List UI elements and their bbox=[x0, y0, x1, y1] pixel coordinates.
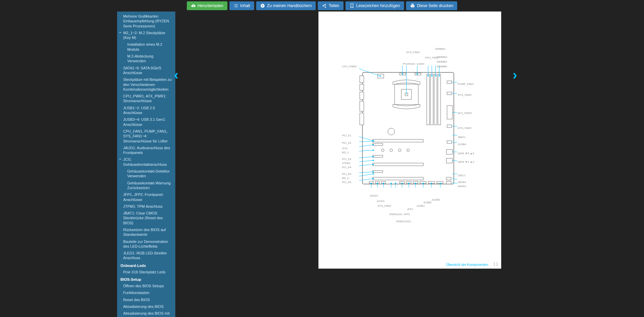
page-number: 11 bbox=[493, 261, 498, 267]
prev-page-button[interactable]: ‹ bbox=[174, 67, 178, 83]
sidebar-item[interactable]: M2_1~2: M.2 Steckplätze (Key M) bbox=[123, 29, 173, 41]
diagram-label: JSEL1 bbox=[458, 174, 466, 177]
svg-point-102 bbox=[439, 75, 440, 76]
sidebar-item[interactable]: JUSB3~4: USB 3.1 Gen1 Anschlüsse bbox=[123, 116, 173, 128]
sidebar-item[interactable]: CPU_FAN1, PUMP_FAN1, SYS_FAN1~4: Stroman… bbox=[123, 128, 173, 144]
diagram-label: PCI_E6 bbox=[342, 181, 352, 184]
svg-point-58 bbox=[373, 160, 374, 161]
sidebar-item[interactable]: Installation eines M.2 Moduls bbox=[123, 41, 173, 53]
print-button[interactable]: Diese Seite drucken bbox=[406, 1, 457, 10]
sidebar-item[interactable]: JLED1: RGB LED-Streifen Anschluss bbox=[123, 250, 173, 262]
sidebar-item[interactable]: Steckplätze mit Beispielen zu den Versch… bbox=[123, 76, 173, 93]
download-label: Herunterladen bbox=[198, 3, 223, 8]
svg-rect-20 bbox=[447, 141, 452, 143]
svg-point-116 bbox=[408, 183, 409, 184]
share-label: Teilen bbox=[329, 3, 339, 8]
svg-point-54 bbox=[373, 150, 374, 151]
viewer: ‹ › bbox=[175, 12, 644, 317]
svg-point-25 bbox=[388, 128, 395, 135]
sidebar-item[interactable]: Öffnen des BIOS Setups bbox=[123, 282, 173, 289]
diagram-label: SATA4 bbox=[458, 181, 466, 184]
svg-rect-17 bbox=[447, 92, 452, 95]
svg-point-62 bbox=[373, 171, 374, 173]
sidebar-section[interactable]: Onboard-Leds bbox=[120, 262, 173, 269]
svg-rect-12 bbox=[427, 74, 429, 125]
svg-rect-4 bbox=[360, 101, 364, 111]
page-footer-title: Übersicht der Komponenten bbox=[446, 263, 488, 267]
diagram-label: JUSB4 bbox=[458, 143, 466, 146]
download-button[interactable]: Herunterladen bbox=[187, 1, 227, 10]
diagram-label: SYS_FAN2 bbox=[378, 204, 391, 207]
plus-circle-icon bbox=[260, 3, 265, 8]
svg-point-112 bbox=[395, 183, 396, 184]
diagram-label: DEMOLED1 bbox=[396, 220, 411, 223]
sidebar-item[interactable]: Funktionstasten bbox=[123, 289, 173, 296]
svg-rect-2 bbox=[360, 84, 364, 90]
share-icon bbox=[322, 3, 327, 8]
sidebar-item[interactable]: SATA1~6: SATA 6Gb/S Anschlüsse bbox=[123, 65, 173, 76]
sidebar-item[interactable]: Pcie X16 Steckplatz Leds bbox=[123, 269, 173, 275]
svg-point-120 bbox=[423, 183, 424, 184]
sidebar-item[interactable]: Gehäusekontakt-Detektor Verwenden bbox=[123, 168, 173, 180]
sidebar-item[interactable]: Mehrere Grafikkarten Einbauempfehlung (R… bbox=[123, 13, 173, 29]
sidebar-item[interactable]: JFP1, JFP2: Frontpanel-Anschlüsse bbox=[123, 191, 173, 203]
bookmark-icon bbox=[350, 3, 354, 8]
sidebar-item[interactable]: Reset des BIOS bbox=[123, 296, 173, 303]
sidebar-item[interactable]: M.2-Abdeckung Verwenden bbox=[123, 53, 173, 65]
svg-point-66 bbox=[373, 178, 374, 179]
svg-line-57 bbox=[359, 160, 373, 162]
diagram-label: JFP2 bbox=[404, 213, 410, 216]
svg-point-50 bbox=[373, 140, 374, 142]
svg-rect-35 bbox=[373, 177, 423, 180]
sidebar-item[interactable]: JTPM1: TPM Anschluss bbox=[123, 203, 173, 210]
toolbar: Herunterladen Inhalt Zu meinen Handbüche… bbox=[0, 0, 644, 12]
add-manuals-label: Zu meinen Handbüchern bbox=[267, 3, 312, 8]
diagram-label: PCI_E2 bbox=[342, 141, 352, 144]
diagram-label: JAUD1 bbox=[370, 194, 378, 197]
cloud-download-icon bbox=[191, 3, 196, 8]
svg-rect-14 bbox=[434, 74, 437, 125]
contents-button[interactable]: Inhalt bbox=[229, 1, 254, 10]
svg-rect-19 bbox=[447, 125, 452, 128]
svg-point-104 bbox=[371, 183, 372, 184]
sidebar-item[interactable]: Aktualisierung des BIOS bbox=[123, 303, 173, 310]
sidebar-section[interactable]: BIOS-Setup bbox=[120, 275, 173, 282]
diagram-label: JUSB3 bbox=[432, 198, 440, 201]
svg-line-63 bbox=[359, 174, 373, 177]
diagram-label: PCI_E4 bbox=[342, 166, 352, 169]
sidebar-item[interactable]: Bauteile zur Demonstration des LED-Licht… bbox=[123, 238, 173, 250]
svg-point-31 bbox=[407, 149, 409, 152]
svg-rect-16 bbox=[447, 81, 452, 84]
sidebar[interactable]: Mehrere Grafikkarten Einbauempfehlung (R… bbox=[117, 12, 175, 317]
sidebar-item[interactable]: Rücksetzen des BIOS auf Standardwerte bbox=[123, 226, 173, 238]
next-page-button[interactable]: › bbox=[513, 67, 517, 83]
diagram-label: SYS_FAN4 bbox=[458, 93, 471, 96]
sidebar-item[interactable]: JUSB1~2: USB 2.0 Anschlüsse bbox=[123, 105, 173, 116]
svg-point-118 bbox=[415, 183, 416, 184]
diagram-label: M2_1 bbox=[342, 151, 349, 154]
svg-point-114 bbox=[401, 183, 403, 184]
svg-line-85 bbox=[452, 179, 457, 181]
svg-point-100 bbox=[435, 75, 436, 76]
svg-rect-23 bbox=[446, 177, 451, 180]
sidebar-item[interactable]: Aktualisierung des BIOS mit dem M-FLASH-… bbox=[123, 310, 173, 317]
svg-point-46 bbox=[380, 75, 381, 77]
svg-line-51 bbox=[359, 145, 373, 148]
diagram-label: PCI_E1 bbox=[342, 134, 352, 137]
add-manuals-button[interactable]: Zu meinen Handbüchern bbox=[256, 1, 316, 10]
svg-line-47 bbox=[359, 135, 373, 141]
svg-line-55 bbox=[359, 157, 373, 158]
diagram-label: SATA3 bbox=[458, 185, 466, 188]
sidebar-item[interactable]: CPU_PWR1, ATX_PWR1: Stromanschlüsse bbox=[123, 93, 173, 105]
share-button[interactable]: Teilen bbox=[318, 1, 343, 10]
sidebar-item[interactable]: Gehäusekontakt-Warnung Zurücksetzen bbox=[123, 180, 173, 191]
diagram-label: DIMMA1 bbox=[435, 47, 446, 50]
diagram-label: DIMMB1 bbox=[437, 60, 447, 63]
sidebar-item[interactable]: JAUD1: Audioanschluss des Frontpanels bbox=[123, 144, 173, 156]
sidebar-item[interactable]: JCI1: Gehäusekontaktanschluss bbox=[123, 156, 173, 168]
sidebar-item[interactable]: JBAT1: Clear CMOS Steckbrücke (Reset des… bbox=[123, 210, 173, 226]
bookmark-button[interactable]: Lesezeichen hinzufügen bbox=[346, 1, 404, 10]
diagram-label: SATA ▼1 ▲2 bbox=[458, 160, 474, 163]
document-page: CPU_PWR1PCI_E1PCI_E2JCI1M2_1PCI_E3JTPM1P… bbox=[318, 12, 501, 269]
diagram-label: JLED1 bbox=[377, 200, 385, 203]
